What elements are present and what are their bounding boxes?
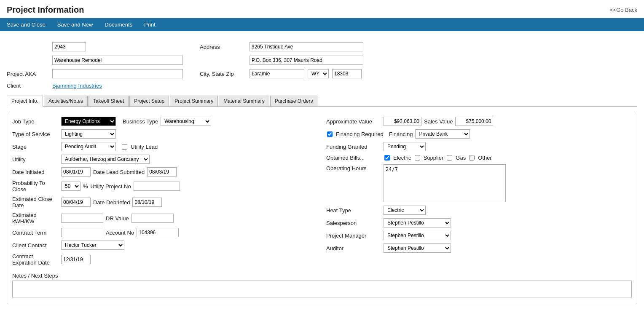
contract-expiration-input[interactable] (61, 255, 91, 264)
utility-lead-label: Utility Lead (131, 144, 158, 150)
page-title: Project Information (7, 5, 637, 15)
contract-term-label: Contract Term (12, 230, 59, 236)
date-initiated-input[interactable] (61, 167, 91, 177)
approx-value-label: Approximate Value (326, 118, 381, 125)
probability-select[interactable]: 50 (61, 182, 80, 191)
dr-value-label: DR Value (106, 215, 129, 222)
financing-required-checkbox[interactable] (327, 131, 333, 137)
date-lead-submitted-input[interactable] (147, 167, 177, 177)
client-contact-select[interactable]: Hector Tucker (61, 241, 124, 250)
funding-granted-label: Funding Granted (326, 144, 381, 150)
project-name-input[interactable] (52, 56, 183, 65)
salesperson-select[interactable]: Stephen Pestillo (384, 218, 451, 227)
operating-hours-label: Operating Hours (326, 165, 381, 171)
state-select[interactable]: WY (308, 69, 329, 78)
go-back-link[interactable]: <<Go Back (610, 7, 637, 13)
sales-value-input[interactable] (455, 117, 493, 126)
stage-label: Stage (12, 144, 59, 150)
tab-purchase-orders[interactable]: Purchase Orders (270, 96, 318, 106)
save-and-close-button[interactable]: Save and Close (5, 21, 47, 29)
estimated-close-input[interactable] (61, 198, 91, 207)
city-state-zip-label: City, State Zip (200, 71, 246, 77)
date-lead-submitted-label: Date Lead Submitted (93, 169, 145, 175)
project-aka-label: Project AKA (7, 71, 49, 77)
other-checkbox[interactable] (469, 155, 475, 160)
city-input[interactable] (250, 69, 304, 78)
auditor-select[interactable]: Stephen Pestillo (384, 243, 451, 253)
client-link[interactable]: Bjamming Industries (52, 83, 102, 89)
address-line1-input[interactable] (250, 42, 363, 51)
tab-content: Job Type Energy Options Business Type Wa… (7, 112, 637, 304)
tabs-container: Project Info. Activities/Notes Takeoff S… (7, 96, 637, 107)
toolbar: Save and Close Save and New Documents Pr… (0, 18, 644, 31)
type-of-service-select[interactable]: Lighting (61, 129, 116, 139)
gas-label: Gas (456, 155, 466, 161)
type-of-service-label: Type of Service (12, 131, 59, 137)
print-button[interactable]: Print (142, 21, 157, 29)
date-initiated-label: Date Initiated (12, 169, 59, 175)
heat-type-label: Heat Type (326, 207, 381, 214)
job-type-select[interactable]: Energy Options (61, 117, 116, 126)
supplier-label: Supplier (424, 155, 444, 161)
funding-granted-select[interactable]: Pending (384, 142, 426, 151)
notes-label: Notes / Next Steps (12, 273, 632, 279)
stage-select[interactable]: Pending Audit (61, 142, 116, 151)
business-type-select[interactable]: Warehousing (161, 117, 211, 126)
client-label: Client (7, 83, 49, 89)
auditor-label: Auditor (326, 245, 381, 251)
electric-checkbox[interactable] (384, 155, 390, 160)
zip-input[interactable] (332, 69, 362, 78)
business-type-label: Business Type (123, 118, 158, 125)
other-label: Other (478, 155, 492, 161)
utility-select[interactable]: Aufderhar, Herzog and Gorczany (61, 155, 150, 164)
account-no-input[interactable] (137, 228, 179, 237)
notes-textarea[interactable] (12, 281, 632, 297)
documents-button[interactable]: Documents (103, 21, 134, 29)
client-contact-label: Client Contact (12, 242, 59, 249)
tab-project-info[interactable]: Project Info. (7, 96, 43, 107)
gas-checkbox[interactable] (447, 155, 452, 160)
save-and-new-button[interactable]: Save and New (56, 21, 95, 29)
account-no-label: Account No (106, 230, 134, 236)
approx-value-input[interactable] (384, 117, 421, 126)
supplier-checkbox[interactable] (415, 155, 420, 160)
address-label: Address (200, 44, 246, 50)
utility-project-no-label: Utility Project No (91, 183, 131, 190)
project-aka-input[interactable] (52, 69, 183, 78)
utility-label: Utility (12, 156, 59, 163)
estimated-kwh-input[interactable] (61, 214, 103, 223)
financing-required-label: Financing Required (336, 131, 386, 137)
address-line2-input[interactable] (250, 56, 363, 65)
dr-value-input[interactable] (131, 214, 174, 223)
project-manager-select[interactable]: Stephen Pestillo (384, 231, 451, 240)
date-debriefed-input[interactable] (132, 198, 162, 207)
salesperson-label: Salesperson (326, 220, 381, 226)
utility-project-no-input[interactable] (134, 182, 180, 191)
job-type-label: Job Type (12, 118, 59, 125)
tab-project-setup[interactable]: Project Setup (129, 96, 169, 106)
tab-activities-notes[interactable]: Activities/Notes (44, 96, 88, 106)
financing-label: Financing (389, 131, 413, 137)
contract-term-input[interactable] (61, 228, 103, 237)
tab-takeoff-sheet[interactable]: Takeoff Sheet (89, 96, 129, 106)
operating-hours-textarea[interactable]: 24/7 (384, 164, 506, 202)
sales-value-label: Sales Value (424, 118, 453, 125)
electric-label: Electric (393, 155, 411, 161)
project-no-input[interactable] (52, 42, 86, 51)
percent-sign: % (83, 183, 88, 190)
tab-material-summary[interactable]: Material Summary (219, 96, 269, 106)
utility-lead-checkbox[interactable] (122, 144, 127, 150)
obtained-bills-label: Obtained Bills... (326, 155, 381, 161)
contract-expiration-label: Contract Expiration Date (12, 253, 59, 266)
heat-type-select[interactable]: Electric (384, 206, 426, 215)
estimated-kwh-label: Estimated kWH/KW (12, 212, 59, 225)
date-debriefed-label: Date Debriefed (93, 199, 130, 206)
tab-project-summary[interactable]: Project Summary (170, 96, 218, 106)
financing-select[interactable]: Private Bank (415, 129, 470, 139)
probability-label: Probability To Close (12, 180, 59, 193)
estimated-close-label: Estimated Close Date (12, 196, 59, 209)
project-manager-label: Project Manager (326, 233, 381, 239)
